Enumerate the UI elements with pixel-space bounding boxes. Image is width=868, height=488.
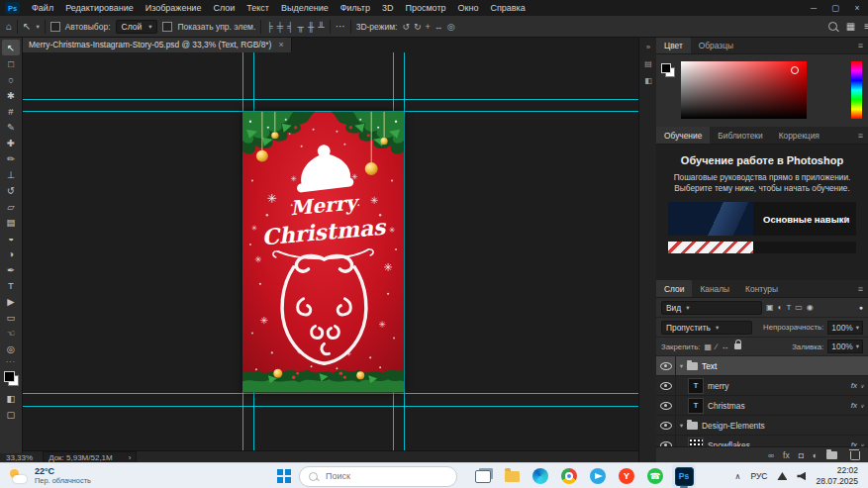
move-tool-preset-icon[interactable]: ↖ bbox=[23, 21, 31, 32]
tab-color[interactable]: Цвет bbox=[656, 37, 691, 53]
brush-tool-icon[interactable]: ✏ bbox=[2, 150, 20, 166]
path-selection-tool-icon[interactable]: ▶ bbox=[2, 293, 20, 309]
fx-badge[interactable]: fx bbox=[851, 381, 857, 390]
foreground-color[interactable] bbox=[4, 371, 15, 382]
learn-card-basics[interactable]: Основные навыки › bbox=[668, 202, 856, 236]
visibility-toggle[interactable] bbox=[656, 436, 676, 446]
chevron-down-icon[interactable]: ∨ bbox=[860, 383, 864, 389]
tab-paths[interactable]: Контуры bbox=[737, 280, 786, 297]
panel-menu-icon[interactable]: ≡ bbox=[858, 131, 863, 141]
tab-learn[interactable]: Обучение bbox=[656, 127, 710, 144]
menu-help[interactable]: Справка bbox=[484, 0, 530, 16]
layer-mask-icon[interactable]: ◘ bbox=[799, 450, 804, 460]
3d-scale-icon[interactable]: ◎ bbox=[447, 22, 455, 32]
type-tool-icon[interactable]: T bbox=[2, 277, 20, 293]
3d-rotate-icon[interactable]: ↺ bbox=[402, 22, 410, 32]
quick-selection-tool-icon[interactable]: ✱ bbox=[2, 87, 20, 103]
hue-slider[interactable] bbox=[851, 61, 862, 119]
color-swatches[interactable] bbox=[661, 63, 675, 77]
new-group-icon[interactable] bbox=[826, 451, 837, 459]
marquee-tool-icon[interactable]: □ bbox=[2, 55, 20, 71]
fx-badge[interactable]: fx bbox=[851, 401, 857, 410]
gradient-tool-icon[interactable]: ▤ bbox=[2, 214, 20, 230]
align-middle-icon[interactable]: ╫ bbox=[308, 22, 314, 32]
panel-menu-icon[interactable]: ≡ bbox=[858, 41, 863, 50]
lasso-tool-icon[interactable]: ○ bbox=[2, 71, 20, 87]
menu-edit[interactable]: Редактирование bbox=[59, 0, 140, 16]
history-panel-icon[interactable]: ▤ bbox=[644, 59, 652, 68]
document-canvas[interactable]: Merry Christmas bbox=[242, 111, 404, 393]
clock[interactable]: 22:02 28.07.2025 bbox=[816, 465, 858, 486]
yandex-browser-button[interactable]: Y bbox=[615, 464, 638, 488]
color-cursor[interactable] bbox=[791, 66, 799, 74]
opacity-field[interactable]: 100% ▾ bbox=[827, 321, 863, 335]
volume-icon[interactable] bbox=[797, 472, 806, 481]
search-input[interactable] bbox=[324, 470, 427, 482]
filter-pixel-layers-icon[interactable]: ▣ bbox=[766, 303, 774, 312]
expand-panels-icon[interactable]: » bbox=[646, 43, 650, 51]
start-button[interactable] bbox=[277, 469, 291, 483]
tab-adjustments[interactable]: Коррекция bbox=[771, 127, 827, 144]
visibility-toggle[interactable] bbox=[656, 396, 676, 415]
lock-pixels-icon[interactable]: ∕ bbox=[716, 342, 717, 351]
crop-tool-icon[interactable]: # bbox=[2, 103, 20, 119]
weather-widget[interactable]: 22°C Пер. облачность bbox=[0, 467, 168, 485]
zoom-level[interactable]: 33,33% bbox=[6, 453, 33, 462]
learn-card-partial[interactable] bbox=[668, 242, 856, 253]
taskbar-search[interactable] bbox=[299, 466, 457, 487]
minimize-icon[interactable]: ─ bbox=[803, 0, 824, 16]
align-center-icon[interactable]: ╪ bbox=[277, 22, 283, 32]
close-icon[interactable]: × bbox=[846, 0, 868, 16]
3d-drag-icon[interactable]: + bbox=[425, 22, 430, 32]
3d-slide-icon[interactable]: ↔ bbox=[434, 22, 443, 32]
eraser-tool-icon[interactable]: ▱ bbox=[2, 198, 20, 214]
menu-view[interactable]: Просмотр bbox=[399, 0, 451, 16]
status-chevron-icon[interactable]: › bbox=[129, 453, 132, 462]
telegram-button[interactable] bbox=[586, 464, 610, 488]
zoom-tool-icon[interactable]: ◎ bbox=[2, 341, 20, 356]
tab-libraries[interactable]: Библиотеки bbox=[710, 127, 770, 144]
menu-image[interactable]: Изображение bbox=[140, 0, 208, 16]
menu-file[interactable]: Файл bbox=[26, 0, 59, 16]
chevron-down-icon[interactable]: ∨ bbox=[860, 403, 864, 409]
guide-horizontal[interactable] bbox=[22, 406, 638, 407]
tray-chevron-icon[interactable]: ∧ bbox=[735, 472, 741, 481]
more-options-icon[interactable]: ··· bbox=[336, 21, 345, 32]
tab-channels[interactable]: Каналы bbox=[692, 280, 737, 297]
move-tool-icon[interactable]: ↖ bbox=[2, 40, 20, 55]
group-expander-icon[interactable]: ▼ bbox=[676, 363, 687, 369]
search-icon[interactable] bbox=[828, 22, 837, 31]
panel-menu-icon[interactable]: ≡ bbox=[858, 284, 863, 294]
file-explorer-button[interactable] bbox=[500, 464, 524, 488]
show-transform-controls-checkbox[interactable] bbox=[162, 22, 172, 32]
tab-close-icon[interactable]: × bbox=[278, 40, 283, 49]
screen-mode-icon[interactable]: ▢ bbox=[2, 406, 20, 422]
fill-field[interactable]: 100% ▾ bbox=[827, 340, 863, 353]
align-bottom-icon[interactable]: ╨ bbox=[318, 22, 324, 32]
group-expander-icon[interactable]: ▼ bbox=[676, 423, 687, 429]
photoshop-taskbar-button[interactable]: Ps bbox=[672, 464, 696, 488]
menu-type[interactable]: Текст bbox=[241, 0, 275, 16]
align-top-icon[interactable]: ╥ bbox=[298, 22, 304, 32]
autoselect-checkbox[interactable] bbox=[50, 22, 60, 32]
foreground-color[interactable] bbox=[661, 63, 671, 73]
autoselect-target-select[interactable]: Слой ▾ bbox=[116, 20, 158, 34]
eyedropper-tool-icon[interactable]: ✎ bbox=[2, 119, 20, 135]
chrome-button[interactable] bbox=[557, 464, 581, 488]
whatsapp-button[interactable]: ☎ bbox=[643, 464, 667, 488]
menu-filter[interactable]: Фильтр bbox=[335, 0, 376, 16]
layer-style-icon[interactable]: fx bbox=[783, 450, 790, 460]
lock-all-icon[interactable] bbox=[734, 343, 741, 349]
blend-mode-select[interactable]: Пропустить ▾ bbox=[661, 321, 752, 335]
properties-panel-icon[interactable]: ◧ bbox=[644, 76, 652, 85]
visibility-toggle[interactable] bbox=[656, 416, 676, 435]
chevron-down-icon[interactable]: ▾ bbox=[36, 23, 39, 31]
filter-type-select[interactable]: Вид ▾ bbox=[661, 301, 762, 315]
lock-transparency-icon[interactable]: ▦ bbox=[705, 342, 713, 351]
restore-icon[interactable]: ▢ bbox=[824, 0, 846, 16]
document-tab[interactable]: Merry-Christmas-Instagram-Story-05.psd @… bbox=[22, 37, 292, 52]
blur-tool-icon[interactable]: ◒ bbox=[2, 230, 20, 245]
saturation-brightness-field[interactable] bbox=[681, 61, 807, 119]
layer-row-christmas[interactable]: T Christmas fx∨ bbox=[656, 396, 868, 416]
menu-layers[interactable]: Слои bbox=[207, 0, 241, 16]
